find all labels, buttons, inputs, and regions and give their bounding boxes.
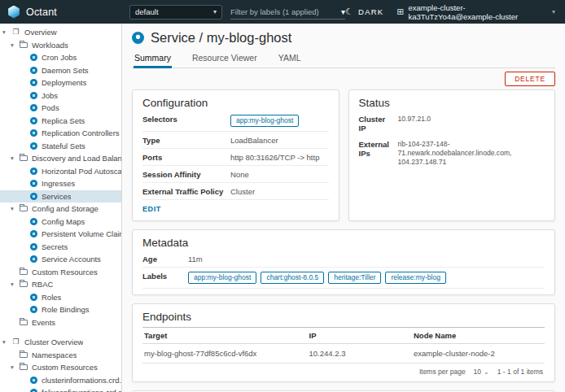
page-size-value: 10 (474, 368, 481, 376)
summary-value: 10.97.21.0 (398, 115, 431, 133)
resource-icon (30, 92, 37, 99)
theme-toggle-label: DARK (358, 7, 383, 16)
summary-row-ports: Portshttp 80:31626/TCP -> http (142, 149, 329, 166)
summary-value: Cluster (230, 187, 255, 196)
summary-label: Age (142, 255, 188, 264)
sidebar-item-services[interactable]: Services (0, 190, 121, 203)
sidebar-item-ingresses[interactable]: Ingresses (0, 177, 121, 190)
summary-grid: Configuration Selectorsapp:my-blog-ghost… (132, 89, 555, 221)
pagination: Items per page 10 ⌄ 1 - 1 of 1 items (142, 364, 545, 376)
sidebar-item-config-maps[interactable]: Config Maps (0, 216, 121, 229)
edit-link[interactable]: EDIT (142, 205, 161, 213)
caret-down-icon[interactable]: ▾ (11, 155, 20, 162)
caret-down-icon[interactable]: ▾ (11, 364, 20, 371)
sidebar-item-clusterinformations-crd-projec[interactable]: clusterinformations.crd.projec (0, 374, 121, 387)
moon-icon: ☾ (345, 7, 354, 17)
folder-icon (20, 206, 28, 211)
sidebar-item-service-accounts[interactable]: Service Accounts (0, 253, 121, 266)
resource-icon (30, 193, 37, 200)
summary-value: rib-104-237-148-71.newark.nodebalancer.l… (398, 140, 545, 167)
label-badge[interactable]: chart:ghost-8.0.5 (261, 272, 324, 284)
sidebar-item-daemon-sets[interactable]: Daemon Sets (0, 64, 121, 77)
sidebar-item-cluster-overview[interactable]: ▾❐Cluster Overview (0, 336, 121, 349)
sidebar-item-persistent-volume-claims[interactable]: Persistent Volume Claims (0, 228, 121, 241)
summary-row-age: Age11m (142, 250, 545, 268)
sidebar-item-label: Custom Resources (32, 268, 98, 277)
sidebar-item-label: Replica Sets (42, 116, 85, 125)
resource-icon (30, 67, 37, 74)
sidebar-item-roles[interactable]: Roles (0, 291, 121, 304)
caret-down-icon[interactable]: ▾ (11, 281, 20, 288)
context-name: example-cluster-ka3TuTzYo4a@example-clus… (409, 3, 548, 21)
cluster-icon: ⊞ (396, 7, 404, 17)
sidebar-item-workloads[interactable]: ▾Workloads (0, 39, 121, 52)
resource-icon (30, 79, 37, 86)
sidebar-item-custom-resources[interactable]: ▾Custom Resources (0, 361, 121, 374)
page-size-select[interactable]: 10 ⌄ (474, 368, 489, 376)
sidebar-item-pods[interactable]: Pods (0, 102, 121, 115)
sidebar-item-label: Persistent Volume Claims (42, 229, 121, 238)
label-badge[interactable]: app:my-blog-ghost (188, 272, 256, 284)
delete-button[interactable]: DELETE (505, 72, 555, 86)
summary-row-selectors: Selectorsapp:my-blog-ghost (142, 111, 329, 132)
tab-resource-viewer[interactable]: Resource Viewer (191, 52, 258, 68)
overview-icon: ❐ (11, 338, 20, 346)
filter-input[interactable] (230, 7, 338, 16)
sidebar-item-events[interactable]: Events (0, 316, 121, 329)
sidebar-item-label: Services (42, 192, 71, 201)
sidebar-item-horizontal-pod-autoscalers[interactable]: Horizontal Pod Autoscalers (0, 165, 121, 178)
sidebar-item-custom-resources[interactable]: Custom Resources (0, 266, 121, 279)
sidebar-item-deployments[interactable]: Deployments (0, 76, 121, 89)
tab-yaml[interactable]: YAML (278, 52, 302, 68)
sidebar-item-label: Replication Controllers (42, 128, 120, 137)
caret-down-icon[interactable]: ▾ (11, 41, 20, 49)
resource-icon (30, 306, 37, 313)
tab-bar: SummaryResource ViewerYAML (132, 52, 555, 68)
column-header-node-name: Node Name (412, 328, 545, 344)
sidebar-item-config-and-storage[interactable]: ▾Config and Storage (0, 203, 121, 216)
sidebar-item-jobs[interactable]: Jobs (0, 89, 121, 102)
caret-down-icon[interactable]: ▾ (2, 338, 11, 346)
sidebar-nav[interactable]: ▾❐Overview▾WorkloadsCron JobsDaemon Sets… (0, 24, 122, 392)
label-filter: ▾ (230, 5, 345, 20)
sidebar-item-cron-jobs[interactable]: Cron Jobs (0, 51, 121, 64)
sidebar-item-discovery-and-load-balancing[interactable]: ▾Discovery and Load Balancing (0, 152, 121, 165)
sidebar-item-replication-controllers[interactable]: Replication Controllers (0, 127, 121, 140)
configuration-rows: Selectorsapp:my-blog-ghostTypeLoadBalanc… (142, 111, 329, 200)
label-badge[interactable]: app:my-blog-ghost (230, 115, 299, 127)
resource-icon (30, 377, 37, 384)
table-header-row: TargetIPNode Name (142, 328, 545, 344)
context-switcher[interactable]: ⊞ example-cluster-ka3TuTzYo4a@example-cl… (396, 3, 555, 21)
card-title-endpoints: Endpoints (142, 311, 545, 324)
namespace-value: default (135, 7, 159, 16)
tab-summary[interactable]: Summary (134, 52, 172, 68)
caret-down-icon[interactable]: ▾ (2, 28, 11, 36)
action-row: DELETE (132, 68, 555, 89)
sidebar-item-stateful-sets[interactable]: Stateful Sets (0, 140, 121, 153)
endpoint-target-link[interactable]: my-blog-ghost-77df85c6cd-vf6dx (142, 344, 308, 364)
namespace-dropdown[interactable]: default ▾ (129, 5, 222, 20)
sidebar-item-role-bindings[interactable]: Role Bindings (0, 303, 121, 316)
resource-icon (30, 294, 37, 301)
octant-logo-icon (7, 6, 20, 19)
sidebar-item-replica-sets[interactable]: Replica Sets (0, 115, 121, 128)
items-per-page-label: Items per page (419, 368, 466, 376)
summary-row-cluster-ip: Cluster IP10.97.21.0 (359, 111, 545, 136)
summary-label: Labels (142, 272, 188, 285)
summary-label: Ports (142, 153, 230, 162)
theme-toggle[interactable]: ☾ DARK (345, 7, 383, 17)
label-badge[interactable]: release:my-blog (385, 272, 445, 284)
sidebar-item-namespaces[interactable]: Namespaces (0, 349, 121, 362)
resource-icon (30, 129, 37, 137)
label-badge[interactable]: heritage:Tiller (328, 272, 381, 284)
sidebar-item-secrets[interactable]: Secrets (0, 241, 121, 254)
caret-down-icon[interactable]: ▾ (11, 205, 20, 212)
sidebar-item-rbac[interactable]: ▾RBAC (0, 278, 121, 291)
summary-value: http 80:31626/TCP -> http (230, 153, 319, 162)
sidebar-item-overview[interactable]: ▾❐Overview (0, 26, 121, 39)
sidebar-item-label: Custom Resources (32, 363, 98, 372)
sidebar-item-felixconfigurations-crd-projec[interactable]: felixconfigurations.crd.projec (0, 386, 121, 392)
sidebar-item-label: Ingresses (42, 179, 75, 188)
sidebar-item-label: Config and Storage (32, 204, 99, 213)
summary-row-external-ips: External IPsrib-104-237-148-71.newark.no… (359, 136, 545, 170)
